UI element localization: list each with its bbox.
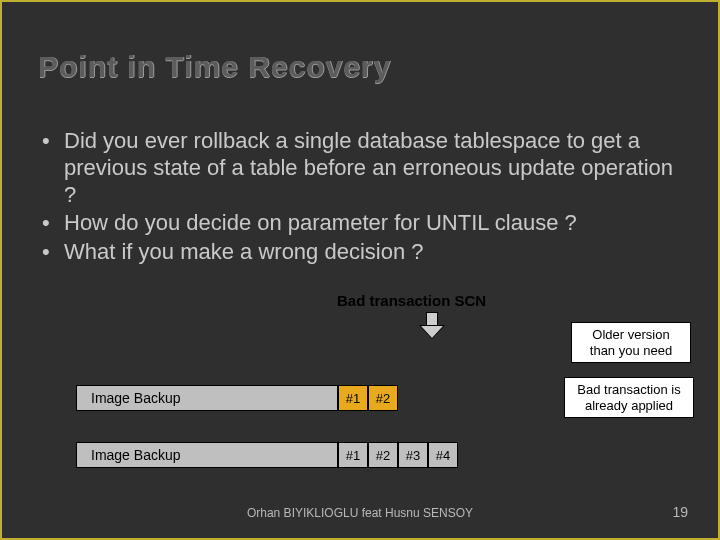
- log-segment: #2: [368, 385, 398, 411]
- backup-row-1: Image Backup #1 #2: [76, 385, 398, 411]
- log-segment: #4: [428, 442, 458, 468]
- footer-credit: Orhan BIYIKLIOGLU feat Husnu SENSOY: [2, 506, 718, 520]
- down-arrow-icon: [420, 312, 444, 340]
- page-number: 19: [672, 504, 688, 520]
- bullet-item: How do you decide on parameter for UNTIL…: [38, 210, 678, 237]
- callout-already-applied: Bad transaction is already applied: [564, 377, 694, 418]
- log-segment: #3: [398, 442, 428, 468]
- log-segment: #2: [368, 442, 398, 468]
- bullet-item: What if you make a wrong decision ?: [38, 239, 678, 266]
- log-segment: #1: [338, 385, 368, 411]
- image-backup-bar: Image Backup: [76, 442, 338, 468]
- callout-older-version: Older version than you need: [571, 322, 691, 363]
- backup-row-2: Image Backup #1 #2 #3 #4: [76, 442, 458, 468]
- log-segment: #1: [338, 442, 368, 468]
- slide: Point in Time Recovery Did you ever roll…: [0, 0, 720, 540]
- bullet-list: Did you ever rollback a single database …: [38, 128, 678, 268]
- bad-transaction-label: Bad transaction SCN: [337, 292, 486, 309]
- bullet-item: Did you ever rollback a single database …: [38, 128, 678, 208]
- page-title: Point in Time Recovery: [38, 50, 391, 84]
- image-backup-bar: Image Backup: [76, 385, 338, 411]
